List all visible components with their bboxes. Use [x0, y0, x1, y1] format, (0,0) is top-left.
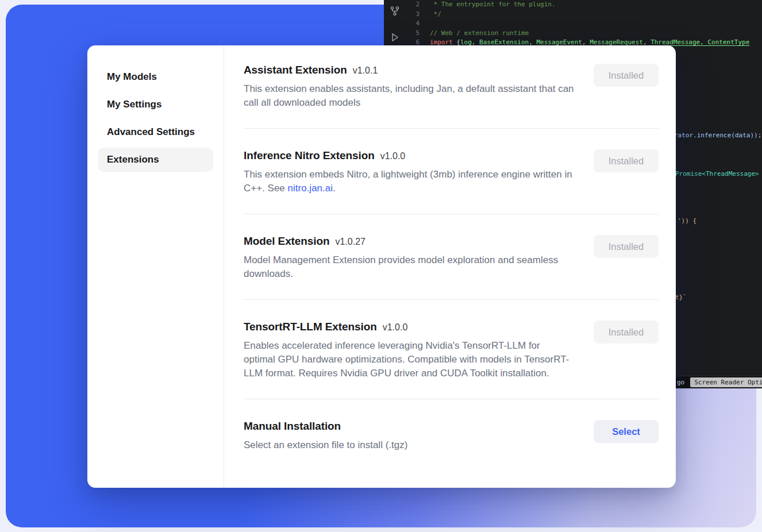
extension-version: v1.0.0	[380, 151, 406, 161]
extension-section-tensorrt-llm: TensortRT-LLM Extension v1.0.0 Enables a…	[244, 321, 659, 380]
section-divider	[244, 128, 659, 129]
code-line: 4	[384, 19, 762, 29]
nitro-jan-ai-link[interactable]: nitro.jan.ai	[288, 183, 333, 194]
screen-reader-optimized-badge[interactable]: Screen Reader Optimized	[690, 377, 762, 387]
extension-section-inference-nitro: Inference Nitro Extension v1.0.0 This ex…	[244, 149, 659, 195]
extension-description: Enables accelerated inference leveraging…	[244, 339, 574, 380]
manual-installation-section: Manual Installation Select an extension …	[244, 420, 659, 452]
line-number: 2	[384, 0, 424, 10]
section-divider	[244, 299, 659, 300]
sidebar-item-advanced-settings[interactable]: Advanced Settings	[98, 120, 213, 144]
code-line: 2 * The entrypoint for the plugin.	[384, 0, 762, 10]
status-bar-item[interactable]: go	[677, 379, 684, 386]
extension-version: v1.0.0	[383, 322, 408, 333]
extension-name: Inference Nitro Extension	[244, 149, 375, 162]
code-line: 3 */	[384, 10, 762, 20]
settings-modal: My Models My Settings Advanced Settings …	[87, 45, 676, 488]
line-number: 3	[384, 10, 424, 20]
installed-button[interactable]: Installed	[594, 321, 659, 344]
settings-sidebar: My Models My Settings Advanced Settings …	[87, 45, 224, 488]
extension-name: Model Extension	[244, 235, 329, 248]
extension-description: Model Management Extension provides mode…	[244, 253, 574, 281]
code-fragment: t}`	[675, 293, 687, 302]
extension-name: TensortRT-LLM Extension	[244, 321, 377, 333]
installed-button[interactable]: Installed	[594, 149, 659, 172]
section-description: Select an extension file to install (.tg…	[244, 438, 407, 452]
extension-version: v1.0.1	[353, 65, 378, 76]
extension-description: This extension enables assistants, inclu…	[244, 82, 574, 110]
section-divider	[244, 399, 659, 399]
section-title: Manual Installation	[244, 420, 341, 433]
code-fragment: Promise<ThreadMessage>	[675, 169, 759, 179]
screen: 2 * The entrypoint for the plugin. 3 */ …	[0, 0, 762, 532]
code-line: 5 // Web / extension runtime	[384, 29, 762, 38]
extension-description: This extension embeds Nitro, a lightweig…	[244, 168, 574, 195]
extensions-panel: Assistant Extension v1.0.1 This extensio…	[224, 45, 676, 488]
line-number: 4	[384, 19, 424, 29]
section-divider	[244, 214, 659, 214]
extension-name: Assistant Extension	[244, 64, 347, 76]
extension-section-assistant: Assistant Extension v1.0.1 This extensio…	[244, 64, 659, 110]
extension-section-model: Model Extension v1.0.27 Model Management…	[244, 235, 659, 281]
extension-version: v1.0.27	[335, 237, 365, 247]
installed-button[interactable]: Installed	[594, 64, 659, 87]
sidebar-item-extensions[interactable]: Extensions	[98, 148, 213, 172]
sidebar-item-my-settings[interactable]: My Settings	[98, 92, 213, 117]
code-fragment: rator.inference(data));	[674, 131, 761, 140]
installed-button[interactable]: Installed	[594, 235, 659, 258]
sidebar-item-my-models[interactable]: My Models	[98, 65, 213, 89]
code-fragment: ')) {	[678, 217, 696, 226]
line-number: 5	[384, 29, 424, 38]
code-area: 2 * The entrypoint for the plugin. 3 */ …	[384, 0, 762, 48]
select-file-button[interactable]: Select	[594, 420, 659, 443]
